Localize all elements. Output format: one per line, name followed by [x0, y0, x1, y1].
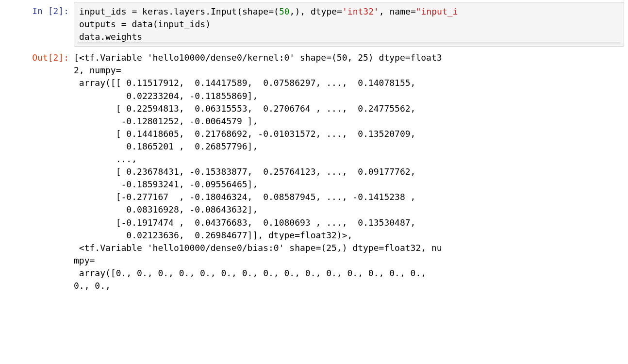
- code-token: =: [337, 6, 342, 17]
- code-token: (: [153, 19, 158, 29]
- output-text: [<tf.Variable 'hello10000/dense0/kernel:…: [74, 49, 624, 292]
- output-line: <tf.Variable 'hello10000/dense0/bias:0' …: [74, 243, 442, 253]
- output-line: 0.02233204, -0.11855869],: [74, 91, 258, 101]
- code-token: .: [205, 6, 211, 17]
- output-line: 2, numpy=: [74, 65, 121, 75]
- output-line: array([0., 0., 0., 0., 0., 0., 0., 0., 0…: [74, 268, 426, 278]
- input-area-wrap: input_ids = keras.layers.Input(shape=(50…: [74, 2, 624, 47]
- code-token: keras: [137, 6, 168, 17]
- code-token: ,: [379, 6, 390, 17]
- code-token: data: [127, 19, 153, 29]
- output-line: [-0.1917474 , 0.04376683, 0.1080693 , ..…: [74, 217, 415, 228]
- code-token: input_ids: [158, 19, 206, 29]
- code-token: "input_i: [416, 6, 458, 17]
- output-line: -0.12801252, -0.0064579 ],: [74, 116, 258, 126]
- code-token: =: [121, 19, 127, 29]
- code-token: layers: [174, 6, 205, 17]
- code-token: ): [295, 6, 300, 17]
- code-token: shape: [242, 6, 268, 17]
- code-token: ,: [290, 6, 295, 17]
- output-line: mpy=: [74, 255, 95, 265]
- output-line: 0.08316928, -0.08643632],: [74, 204, 258, 215]
- code-token: outputs: [79, 19, 121, 29]
- out-prompt: Out[2]:: [6, 49, 74, 64]
- output-line: 0.1865201 , 0.26857796],: [74, 141, 258, 151]
- input-cell: In [2]: input_ids = keras.layers.Input(s…: [0, 0, 628, 47]
- output-line: [<tf.Variable 'hello10000/dense0/kernel:…: [74, 52, 442, 63]
- code-token: dtype: [311, 6, 337, 17]
- output-line: ...,: [74, 154, 137, 164]
- output-line: array([[ 0.11517912, 0.14417589, 0.07586…: [74, 78, 415, 88]
- code-token: ): [205, 19, 211, 29]
- output-line: [ 0.22594813, 0.06315553, 0.2706764 , ..…: [74, 103, 415, 114]
- output-line: 0., 0.,: [74, 281, 111, 291]
- code-token: Input: [211, 6, 237, 17]
- code-token: (: [237, 6, 242, 17]
- code-token: .: [168, 6, 174, 17]
- code-token: 'int32': [342, 6, 379, 17]
- output-line: 0.02123636, 0.26984677]], dtype=float32)…: [74, 230, 352, 240]
- output-line: [ 0.14418605, 0.21768692, -0.01031572, .…: [74, 129, 415, 139]
- code-token: name: [390, 6, 411, 17]
- code-token: input_ids: [79, 6, 132, 17]
- output-cell: Out[2]: [<tf.Variable 'hello10000/dense0…: [0, 47, 628, 292]
- code-input[interactable]: input_ids = keras.layers.Input(shape=(50…: [74, 2, 624, 47]
- in-prompt: In [2]:: [6, 2, 74, 17]
- output-line: -0.18593241, -0.09556465],: [74, 179, 258, 189]
- code-token: data: [79, 32, 100, 42]
- code-token: ,: [300, 6, 311, 17]
- code-token: =: [132, 6, 137, 17]
- output-line: [ 0.23678431, -0.15383877, 0.25764123, .…: [74, 166, 415, 177]
- code-token: .: [100, 32, 105, 42]
- code-token: =: [268, 6, 274, 17]
- code-token: (: [274, 6, 279, 17]
- code-token: weights: [105, 32, 142, 42]
- code-token: =: [411, 6, 416, 17]
- output-line: [-0.277167 , -0.18046324, 0.08587945, ..…: [74, 192, 415, 202]
- code-token: 50: [279, 6, 290, 17]
